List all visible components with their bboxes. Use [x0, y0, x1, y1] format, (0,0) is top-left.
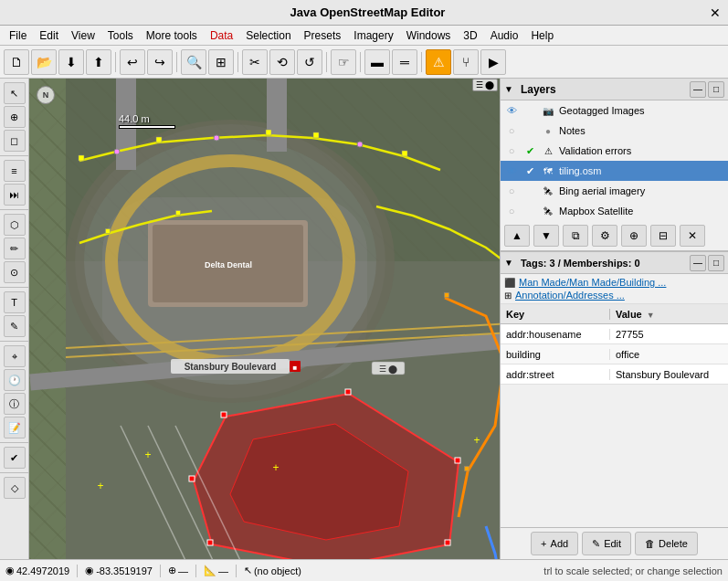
layer-vis-notes[interactable]: ○ [504, 123, 519, 138]
undo-button[interactable]: ↩ [120, 49, 145, 75]
fork-button[interactable]: ⑂ [453, 49, 479, 75]
edit-tag-label: Edit [604, 538, 621, 549]
edit-tag-icon: ✎ [592, 538, 600, 550]
left-sep-5 [0, 442, 28, 443]
tag-tool[interactable]: ⌖ [4, 345, 26, 367]
road2-button[interactable]: ═ [392, 49, 417, 75]
layer-item-tiling[interactable]: 👁 ✔ 🗺 tiling.osm [501, 161, 728, 181]
tags-row-0[interactable]: addr:housename 27755 [501, 324, 728, 344]
download-button[interactable]: ⬇ [58, 49, 84, 75]
layer-settings-button[interactable]: ⚙ [592, 225, 617, 247]
history-tool[interactable]: 🕐 [4, 369, 26, 391]
layers-min-button[interactable]: — [690, 81, 706, 98]
tags-col-key[interactable]: Key [501, 309, 610, 320]
zoom-box-button[interactable]: ⊞ [208, 49, 234, 75]
layer-move-down-button[interactable]: ▼ [533, 225, 559, 247]
layers-collapse-arrow[interactable]: ▼ [504, 84, 513, 94]
open-button[interactable]: 📂 [31, 49, 57, 75]
menu-presets[interactable]: Presets [299, 27, 347, 44]
tags-row-1[interactable]: building office [501, 344, 728, 364]
edit-tag-button[interactable]: ✎ Edit [582, 532, 631, 555]
layer-duplicate-button[interactable]: ⧉ [563, 225, 588, 247]
menu-more-tools[interactable]: More tools [141, 27, 203, 44]
tags-collapse-arrow[interactable]: ▼ [504, 258, 513, 268]
compass: N [37, 86, 55, 104]
polygon-tool[interactable]: ⬡ [4, 214, 26, 236]
menu-windows[interactable]: Windows [401, 27, 457, 44]
layer-item-validation[interactable]: ○ ✔ ⚠ Validation errors [501, 141, 728, 161]
layer-item-mapbox[interactable]: ○ 🛰 Mapbox Satellite [501, 201, 728, 221]
toolbar-sep-2 [176, 52, 177, 72]
layer-item-notes[interactable]: ○ ● Notes [501, 121, 728, 141]
fast-fwd-tool[interactable]: ⏭ [4, 184, 26, 206]
preset-link-1[interactable]: Man Made/Man Made/Building ... [519, 276, 666, 289]
layers-max-button[interactable]: □ [708, 81, 724, 98]
menu-imagery[interactable]: Imagery [348, 27, 398, 44]
edit-tool[interactable]: ✎ [4, 315, 26, 337]
svg-rect-24 [266, 130, 271, 135]
svg-rect-37 [345, 389, 351, 395]
close-button[interactable]: ✕ [710, 5, 721, 20]
preset-link-2[interactable]: Annotation/Addresses ... [515, 289, 625, 301]
map-mode-tool[interactable]: ◻ [4, 130, 26, 152]
svg-rect-29 [445, 293, 449, 298]
layer-label-tiling: tiling.osm [559, 165, 601, 176]
menu-selection[interactable]: Selection [240, 27, 296, 44]
layer-vis-geotagged[interactable]: 👁 [504, 103, 519, 118]
warning-button[interactable]: ⚠ [426, 49, 451, 75]
new-button[interactable]: 🗋 [4, 49, 29, 75]
menu-tools[interactable]: Tools [102, 27, 139, 44]
text-tool[interactable]: T [4, 291, 26, 313]
layer-filter-button[interactable]: ⊟ [650, 225, 676, 247]
join-button[interactable]: ⟲ [269, 49, 295, 75]
more-button[interactable]: ▶ [480, 49, 506, 75]
svg-text:+: + [473, 434, 480, 447]
validate-tool[interactable]: ✔ [4, 447, 26, 469]
svg-rect-38 [455, 458, 460, 463]
cut-button[interactable]: ✂ [242, 49, 268, 75]
add-tag-button[interactable]: + Add [531, 532, 578, 555]
tags-max-button[interactable]: □ [708, 255, 724, 271]
layer-item-bing[interactable]: ○ 🛰 Bing aerial imagery [501, 181, 728, 201]
menu-3d[interactable]: 3D [458, 27, 482, 44]
tags-col-val[interactable]: Value ▼ [610, 309, 728, 320]
layer-item-geotagged[interactable]: 👁 📷 Geotagged Images [501, 100, 728, 121]
draw-tool[interactable]: ✏ [4, 238, 26, 259]
menu-help[interactable]: Help [525, 27, 559, 44]
layer-move-up-button[interactable]: ▲ [504, 225, 530, 247]
layer-check-notes [522, 123, 537, 138]
toolbar: 🗋 📂 ⬇ ⬆ ↩ ↪ 🔍 ⊞ ✂ ⟲ ↺ ☞ ▬ ═ ⚠ ⑂ ▶ [0, 46, 728, 79]
tags-row-2[interactable]: addr:street Stansbury Boulevard [501, 364, 728, 385]
menu-file[interactable]: File [4, 27, 32, 44]
layer-label-geotagged: Geotagged Images [559, 105, 645, 116]
tags-header-title: Tags: 3 / Memberships: 0 [521, 258, 688, 269]
delete-tag-button[interactable]: 🗑 Delete [635, 532, 698, 555]
note-tool[interactable]: 📝 [4, 417, 26, 438]
layers-tool[interactable]: ≡ [4, 160, 26, 182]
layer-vis-mapbox[interactable]: ○ [504, 204, 519, 218]
info-tool[interactable]: ⓘ [4, 393, 26, 415]
refresh-button[interactable]: ↺ [297, 49, 322, 75]
map-widget[interactable]: ☰ ⬤ [472, 79, 498, 91]
zoom-button[interactable]: 🔍 [181, 49, 206, 75]
layer-delete-button[interactable]: ✕ [680, 225, 705, 247]
menu-data[interactable]: Data [205, 27, 238, 44]
diamond-tool[interactable]: ◇ [4, 477, 26, 499]
menu-audio[interactable]: Audio [485, 27, 524, 44]
layer-merge-button[interactable]: ⊕ [621, 225, 647, 247]
layer-vis-validation[interactable]: ○ [504, 143, 519, 158]
upload-button[interactable]: ⬆ [86, 49, 111, 75]
map-area[interactable]: Delta Dental [29, 79, 500, 559]
road-button[interactable]: ▬ [364, 49, 390, 75]
menu-edit[interactable]: Edit [34, 27, 64, 44]
zoom-tool[interactable]: ⊕ [4, 106, 26, 128]
layer-vis-bing[interactable]: ○ [504, 184, 519, 198]
tags-min-button[interactable]: — [690, 255, 706, 271]
layer-vis-tiling[interactable]: 👁 [504, 164, 519, 178]
menu-view[interactable]: View [66, 27, 100, 44]
node-tool[interactable]: ⊙ [4, 261, 26, 283]
pan-button[interactable]: ☞ [331, 49, 356, 75]
redo-button[interactable]: ↪ [147, 49, 173, 75]
select-tool[interactable]: ↖ [4, 82, 26, 104]
layer-check-bing [522, 184, 537, 198]
